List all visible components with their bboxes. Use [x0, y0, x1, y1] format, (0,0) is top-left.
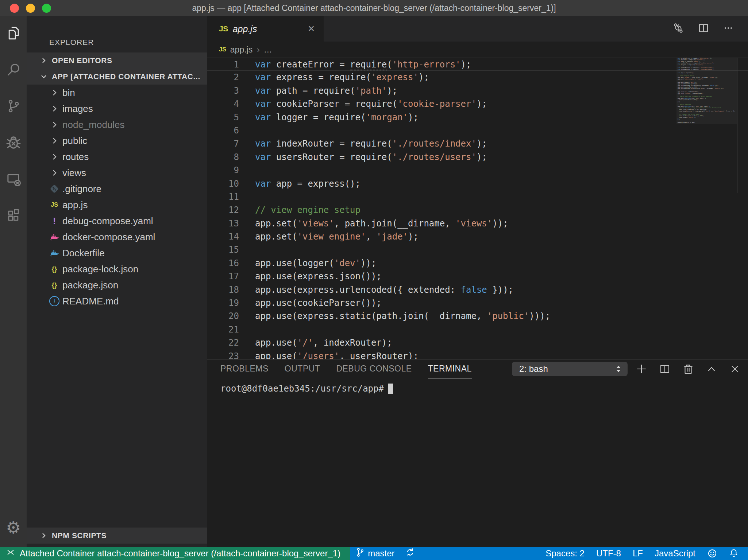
code-line-1[interactable]: 1var createError = require('http-errors'…	[207, 58, 748, 71]
chevron-right-icon	[40, 532, 47, 539]
code-line-12[interactable]: 12// view engine setup	[207, 203, 748, 217]
maximize-panel-chevron-icon[interactable]	[705, 362, 718, 376]
explorer-sidebar: EXPLORER OPEN EDITORS APP [ATTACHED CONT…	[27, 16, 207, 547]
section-npm-scripts[interactable]: NPM SCRIPTS	[27, 528, 207, 544]
code-line-22[interactable]: 22app.use('/', indexRouter);	[207, 336, 748, 349]
code-line-15[interactable]: 15	[207, 243, 748, 256]
window-title: app.js — app [Attached Container attach-…	[192, 3, 556, 13]
activity-remote-explorer[interactable]	[0, 171, 27, 188]
status-spaces-2[interactable]: Spaces: 2	[545, 548, 585, 559]
tree-item--gitignore[interactable]: .gitignore	[27, 181, 207, 197]
remote-indicator[interactable]: Attached Container attach-container-blog…	[0, 547, 350, 560]
code-line-11[interactable]: 11	[207, 190, 748, 203]
code-area[interactable]: 1var createError = require('http-errors'…	[207, 58, 748, 359]
tree-item-label: docker-compose.yaml	[62, 232, 155, 243]
tree-item-package-json[interactable]: {}package.json	[27, 277, 207, 293]
code-line-16[interactable]: 16app.use(logger('dev'));	[207, 257, 748, 270]
tree-item-app-js[interactable]: JSapp.js	[27, 197, 207, 213]
line-content: var logger = require('morgan');	[239, 111, 419, 124]
notifications-bell-icon[interactable]	[729, 548, 739, 559]
split-editor-icon[interactable]	[698, 22, 709, 35]
settings-gear-icon[interactable]: ⚙	[6, 519, 21, 536]
zoom-window-button[interactable]	[42, 4, 51, 13]
docker-whale-icon	[49, 232, 59, 242]
code-line-5[interactable]: 5var logger = require('morgan');	[207, 111, 748, 124]
section-open-editors[interactable]: OPEN EDITORS	[27, 52, 207, 69]
tree-item-package-lock-json[interactable]: {}package-lock.json	[27, 261, 207, 277]
code-line-8[interactable]: 8var usersRouter = require('./routes/use…	[207, 151, 748, 164]
close-panel-icon[interactable]	[728, 362, 741, 376]
open-changes-icon[interactable]	[672, 22, 685, 36]
status-bar: Attached Container attach-container-blog…	[0, 547, 748, 560]
chevron-right-icon	[51, 105, 58, 112]
line-number: 15	[207, 243, 239, 256]
docker-whale-icon	[49, 248, 59, 258]
sync-status[interactable]	[405, 547, 415, 560]
activity-debug[interactable]	[0, 135, 27, 152]
close-window-button[interactable]	[10, 4, 19, 13]
code-line-3[interactable]: 3var path = require('path');	[207, 84, 748, 97]
tree-item-readme-md[interactable]: iREADME.md	[27, 293, 207, 309]
tab-app-js[interactable]: JS app.js ✕	[207, 16, 324, 42]
code-line-18[interactable]: 18app.use(express.urlencoded({ extended:…	[207, 283, 748, 296]
kill-terminal-trash-icon[interactable]	[682, 362, 695, 376]
new-terminal-icon[interactable]	[635, 362, 648, 376]
line-content: var usersRouter = require('./routes/user…	[239, 151, 487, 164]
code-line-19[interactable]: 19app.use(cookieParser());	[207, 296, 748, 310]
line-number: 11	[207, 190, 239, 203]
line-number: 9	[207, 164, 239, 177]
status-utf-8[interactable]: UTF-8	[596, 548, 621, 559]
code-line-2[interactable]: 2var express = require('express');	[207, 71, 748, 84]
minimap[interactable]: var createError = require('http-errors')…	[678, 58, 735, 123]
tree-item-routes[interactable]: routes	[27, 149, 207, 165]
tree-item-dockerfile[interactable]: Dockerfile	[27, 245, 207, 261]
panel-tab-terminal[interactable]: TERMINAL	[428, 359, 472, 378]
code-line-20[interactable]: 20app.use(express.static(path.join(__dir…	[207, 310, 748, 323]
tree-item-views[interactable]: views	[27, 165, 207, 181]
code-line-9[interactable]: 9	[207, 164, 748, 177]
tree-item-bin[interactable]: bin	[27, 85, 207, 101]
code-line-7[interactable]: 7var indexRouter = require('./routes/ind…	[207, 137, 748, 150]
code-line-17[interactable]: 17app.use(express.json());	[207, 270, 748, 283]
code-editor[interactable]: 1var createError = require('http-errors'…	[207, 58, 748, 359]
activity-source-control[interactable]	[0, 98, 27, 116]
terminal-select[interactable]: 2: bash	[512, 362, 628, 376]
line-content	[239, 323, 255, 336]
tree-item-label: bin	[62, 87, 75, 98]
code-line-10[interactable]: 10var app = express();	[207, 177, 748, 190]
activity-explorer[interactable]	[0, 25, 27, 43]
git-branch-status[interactable]: master	[355, 547, 394, 560]
tree-item-debug-compose-yaml[interactable]: !debug-compose.yaml	[27, 213, 207, 229]
activity-search[interactable]	[0, 62, 27, 79]
tree-item-node-modules[interactable]: node_modules	[27, 117, 207, 133]
code-line-23[interactable]: 23app.use('/users', usersRouter);	[207, 350, 748, 359]
line-number: 19	[207, 296, 239, 310]
code-line-4[interactable]: 4var cookieParser = require('cookie-pars…	[207, 97, 748, 110]
panel-tab-debug-console[interactable]: DEBUG CONSOLE	[336, 359, 412, 378]
split-terminal-icon[interactable]	[658, 362, 671, 376]
code-line-13[interactable]: 13app.set('views', path.join(__dirname, …	[207, 217, 748, 230]
breadcrumb[interactable]: JS app.js › …	[207, 42, 748, 58]
status-lf[interactable]: LF	[633, 548, 643, 559]
line-number: 13	[207, 217, 239, 230]
code-line-6[interactable]: 6	[207, 124, 748, 137]
activity-extensions[interactable]	[0, 207, 27, 225]
breadcrumb-file[interactable]: app.js	[230, 45, 252, 55]
section-workspace-folder[interactable]: APP [ATTACHED CONTAINER ATTAC...	[27, 69, 207, 85]
close-tab-icon[interactable]: ✕	[308, 24, 315, 34]
code-line-14[interactable]: 14app.set('view engine', 'jade');	[207, 230, 748, 243]
status-javascript[interactable]: JavaScript	[655, 548, 695, 559]
terminal[interactable]: root@8df0ae1eb345:/usr/src/app#	[207, 378, 748, 547]
breadcrumb-more[interactable]: …	[264, 45, 272, 55]
line-content: var path = require('path');	[239, 84, 397, 97]
tree-item-docker-compose-yaml[interactable]: docker-compose.yaml	[27, 229, 207, 245]
minimap-border	[737, 58, 737, 193]
feedback-smiley-icon[interactable]	[707, 548, 717, 559]
panel-tab-output[interactable]: OUTPUT	[285, 359, 320, 378]
tree-item-public[interactable]: public	[27, 133, 207, 149]
more-actions-icon[interactable]	[722, 22, 734, 35]
minimize-window-button[interactable]	[26, 4, 35, 13]
tree-item-images[interactable]: images	[27, 101, 207, 117]
panel-tab-problems[interactable]: PROBLEMS	[220, 359, 269, 378]
code-line-21[interactable]: 21	[207, 323, 748, 336]
